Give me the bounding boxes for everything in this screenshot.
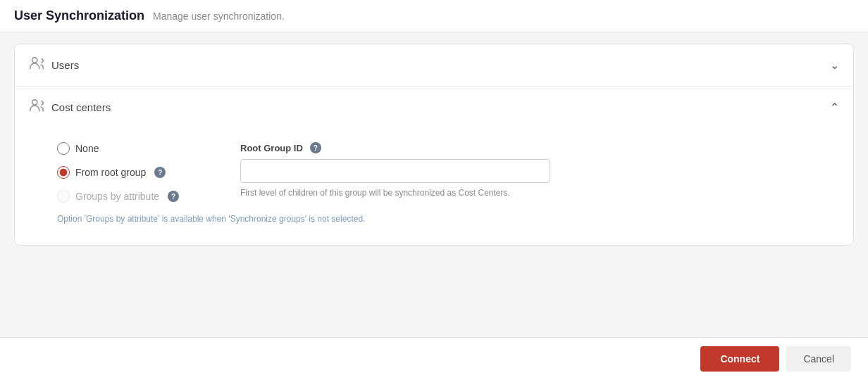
cost-centers-section-left: Cost centers xyxy=(29,98,111,117)
right-panel: Root Group ID ? First level of children … xyxy=(240,142,825,199)
root-group-id-label: Root Group ID ? xyxy=(240,142,825,153)
radio-option-from-root-group: From root group ? xyxy=(57,166,212,179)
radio-from-root-group-label[interactable]: From root group xyxy=(75,167,146,178)
groups-by-attribute-warning: Option 'Groups by attribute' is availabl… xyxy=(57,214,825,224)
radio-groups-by-attribute-label: Groups by attribute xyxy=(75,191,159,202)
radio-option-groups-by-attribute: Groups by attribute ? xyxy=(57,190,212,203)
groups-by-attribute-help-icon[interactable]: ? xyxy=(168,191,179,202)
footer: Connect Cancel xyxy=(0,337,868,380)
users-icon xyxy=(29,56,44,75)
page-subtitle: Manage user synchronization. xyxy=(153,11,285,22)
root-group-id-help-icon[interactable]: ? xyxy=(310,142,321,153)
radio-option-none: None xyxy=(57,142,212,155)
cost-centers-icon xyxy=(29,98,44,117)
radio-none[interactable] xyxy=(57,142,70,155)
form-layout-row: None From root group ? Groups by attribu… xyxy=(57,142,825,203)
from-root-group-help-icon[interactable]: ? xyxy=(154,167,166,178)
cost-centers-section-header[interactable]: Cost centers ⌃ xyxy=(15,87,853,128)
radio-from-root-group[interactable] xyxy=(57,166,70,179)
svg-point-1 xyxy=(32,100,37,105)
connect-button[interactable]: Connect xyxy=(700,346,779,372)
root-group-id-label-text: Root Group ID xyxy=(240,143,303,153)
page-title: User Synchronization xyxy=(14,8,144,23)
cost-centers-body: None From root group ? Groups by attribu… xyxy=(15,128,853,245)
root-group-id-hint: First level of children of this group wi… xyxy=(240,187,550,199)
root-group-id-input[interactable] xyxy=(240,159,550,183)
users-section-header[interactable]: Users ⌄ xyxy=(15,44,853,87)
radio-options: None From root group ? Groups by attribu… xyxy=(57,142,212,203)
radio-groups-by-attribute xyxy=(57,190,70,203)
cancel-button[interactable]: Cancel xyxy=(786,346,851,372)
sync-card: Users ⌄ Cost centers xyxy=(14,44,854,246)
users-chevron: ⌄ xyxy=(830,58,839,72)
users-section-title: Users xyxy=(51,59,79,71)
users-section-left: Users xyxy=(29,56,79,75)
svg-point-0 xyxy=(32,58,37,63)
page-header: User Synchronization Manage user synchro… xyxy=(0,0,868,32)
cost-centers-chevron: ⌃ xyxy=(830,101,839,114)
cost-centers-section: Cost centers ⌃ None xyxy=(15,87,853,245)
radio-none-label[interactable]: None xyxy=(75,143,99,154)
cost-centers-section-title: Cost centers xyxy=(51,101,111,113)
main-content: Users ⌄ Cost centers xyxy=(0,32,868,337)
